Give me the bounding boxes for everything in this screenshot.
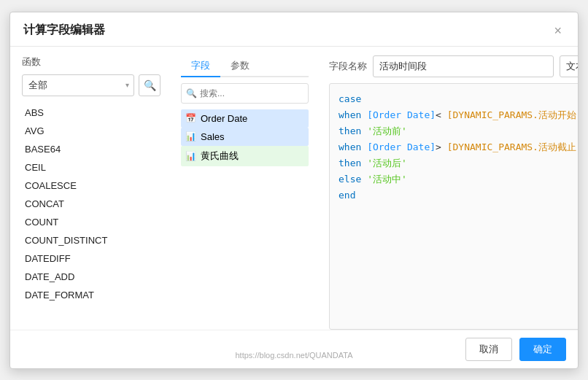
dialog: 计算字段编辑器 × 函数 全部 字符串 数值 日期 聚合	[9, 12, 579, 369]
code-editor[interactable]: case when [Order Date]< [DYNAMIC_PARAMS.…	[329, 83, 578, 330]
tabs-row: 字段 参数	[181, 55, 309, 77]
dialog-overlay: 计算字段编辑器 × 函数 全部 字符串 数值 日期 聚合	[0, 0, 588, 380]
function-category-select[interactable]: 全部 字符串 数值 日期 聚合	[22, 74, 134, 96]
function-item[interactable]: ABS	[22, 104, 160, 122]
field-name-label: 字段名称	[329, 60, 367, 73]
close-button[interactable]: ×	[551, 23, 565, 39]
right-panel: 字段名称 文本 数值 日期 布尔 ▾ case when [Order Date…	[329, 55, 578, 330]
function-list: ABSAVGBASE64CEILCOALESCECONCATCOUNTCOUNT…	[22, 104, 160, 330]
bar-chart-icon: 📊	[185, 131, 196, 141]
field-search-input[interactable]	[200, 88, 309, 98]
dialog-body: 函数 全部 字符串 数值 日期 聚合 ▾ 🔍	[10, 47, 578, 330]
function-item[interactable]: DATE_ADD	[22, 268, 160, 286]
field-search-box[interactable]: 🔍	[181, 83, 309, 104]
function-item[interactable]: DATEDIFF	[22, 249, 160, 268]
function-item[interactable]: BASE64	[22, 140, 160, 158]
function-item[interactable]: COALESCE	[22, 177, 160, 195]
tab-fields[interactable]: 字段	[181, 55, 220, 77]
field-item[interactable]: 📊黄氏曲线	[181, 146, 309, 166]
function-item[interactable]: CONCAT	[22, 195, 160, 213]
field-type-select[interactable]: 文本 数值 日期 布尔	[560, 55, 578, 77]
field-item[interactable]: 📊Sales	[181, 128, 309, 146]
dialog-header: 计算字段编辑器 ×	[10, 12, 578, 47]
mid-panel: 字段 参数 🔍 📅Order Date📊Sales📊黄氏曲线	[181, 55, 309, 330]
watermark: https://blog.csdn.net/QUANDATA	[236, 351, 353, 360]
function-item[interactable]: DATE_FORMAT	[22, 286, 160, 304]
type-select-wrapper[interactable]: 文本 数值 日期 布尔 ▾	[560, 55, 578, 77]
function-search-button[interactable]: 🔍	[139, 74, 160, 96]
select-row: 全部 字符串 数值 日期 聚合 ▾ 🔍	[22, 74, 160, 96]
field-search-icon: 🔍	[186, 88, 197, 98]
confirm-button[interactable]: 确定	[519, 338, 566, 361]
fields-list: 📅Order Date📊Sales📊黄氏曲线	[181, 109, 309, 330]
bar-chart-green-icon: 📊	[185, 151, 196, 161]
function-item[interactable]: COUNT_DISTINCT	[22, 231, 160, 249]
field-name: Order Date	[201, 113, 247, 124]
cancel-button[interactable]: 取消	[465, 338, 512, 361]
field-name-row: 字段名称 文本 数值 日期 布尔 ▾	[329, 55, 578, 77]
dialog-title: 计算字段编辑器	[23, 23, 105, 38]
function-item[interactable]: COUNT	[22, 213, 160, 231]
function-category-wrapper[interactable]: 全部 字符串 数值 日期 聚合 ▾	[22, 74, 134, 96]
search-icon: 🔍	[144, 80, 156, 91]
function-item[interactable]: CEIL	[22, 158, 160, 177]
left-panel: 函数 全部 字符串 数值 日期 聚合 ▾ 🔍	[22, 55, 160, 330]
field-item[interactable]: 📅Order Date	[181, 109, 309, 128]
functions-label: 函数	[22, 55, 160, 69]
calendar-icon: 📅	[185, 113, 196, 123]
function-item[interactable]: AVG	[22, 122, 160, 140]
field-name: Sales	[201, 131, 225, 142]
dialog-footer: https://blog.csdn.net/QUANDATA 取消 确定	[10, 330, 578, 368]
field-name: 黄氏曲线	[201, 150, 239, 163]
field-name-input[interactable]	[373, 55, 554, 77]
tab-params[interactable]: 参数	[220, 55, 260, 77]
